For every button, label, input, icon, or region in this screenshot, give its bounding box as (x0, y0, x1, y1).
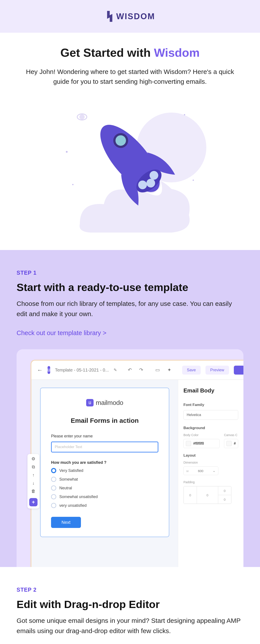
padding-bottom: 0 (218, 495, 231, 504)
canvas-color-label: Canvas C (224, 433, 238, 437)
add-block-button[interactable]: + (29, 498, 38, 506)
radio-option[interactable]: very unsatisfied (51, 503, 158, 508)
svg-point-6 (72, 184, 74, 185)
radio-option[interactable]: Somewhat unsatisfied (51, 494, 158, 499)
radio-option[interactable]: Very Satisfied (51, 468, 158, 473)
logo-text: WISDOM (116, 12, 155, 21)
pencil-icon[interactable]: ✎ (114, 368, 117, 372)
send-button[interactable] (234, 366, 244, 374)
panel-heading: Email Body (184, 387, 238, 394)
email-form-card: ⵡ mailmodo Email Forms in action Please … (40, 388, 169, 537)
body-color-label: Body Color (184, 433, 220, 437)
background-label: Background (184, 426, 238, 430)
radio-label: Somewhat unsatisfied (59, 494, 98, 499)
padding-label: Padding (184, 480, 238, 484)
move-up-icon[interactable]: ↑ (30, 472, 37, 478)
form-heading: Email Forms in action (51, 417, 158, 424)
radio-label: very unsatisfied (59, 503, 86, 508)
padding-right: 0 (197, 486, 218, 504)
svg-point-4 (184, 114, 185, 116)
device-icon[interactable]: ▭ (154, 367, 161, 373)
mailmodo-logo: ⵡ mailmodo (51, 399, 158, 406)
padding-left: 0 (184, 486, 197, 504)
logo: WISDOM (105, 11, 155, 22)
magic-icon[interactable]: ✦ (166, 367, 172, 373)
next-button[interactable]: Next (51, 517, 81, 528)
editor-canvas: ⚙ ⧉ ↑ ↓ 🗑 + ⵡ mailmodo Email Forms in ac… (32, 380, 178, 567)
step1-label: STEP 1 (16, 270, 244, 276)
radio-label: Neutral (59, 486, 72, 490)
editor-doc-title: Template - 05-11-2021 - 0... (55, 368, 109, 372)
dimension-w: w (186, 469, 189, 473)
radio-label: Somewhat (59, 477, 78, 482)
radio-icon (51, 468, 56, 473)
undo-icon[interactable]: ↶ (126, 367, 133, 373)
dimension-label: Dimension (184, 461, 238, 464)
body-color-input[interactable]: #f8f8f8 (184, 439, 220, 448)
properties-panel: Email Body Font Family Helvetica Backgro… (178, 380, 244, 567)
hero-body: Hey John! Wondering where to get started… (18, 67, 242, 86)
step2-section: STEP 2 Edit with Drag-n-drop Editor Got … (0, 567, 260, 636)
editor-topbar: ← ⵡ Template - 05-11-2021 - 0... ✎ ↶ ↷ ▭… (32, 360, 244, 380)
copy-icon[interactable]: ⧉ (30, 464, 37, 470)
hero-section: Get Started with Wisdom Hey John! Wonder… (0, 33, 260, 250)
radio-option[interactable]: Neutral (51, 486, 158, 491)
editor-mock: ← ⵡ Template - 05-11-2021 - 0... ✎ ↶ ↷ ▭… (16, 349, 244, 567)
swatch-icon (226, 441, 232, 446)
radio-option[interactable]: Somewhat (51, 477, 158, 482)
header: WISDOM (0, 0, 260, 33)
preview-button[interactable]: Preview (206, 366, 229, 374)
step1-section: STEP 1 Start with a ready-to-use templat… (0, 250, 260, 567)
delete-icon[interactable]: 🗑 (30, 489, 37, 494)
font-family-label: Font Family (184, 403, 238, 407)
back-icon[interactable]: ← (37, 367, 43, 374)
dimension-value: 600 (198, 469, 203, 473)
svg-point-5 (192, 180, 194, 181)
mailmodo-name: mailmodo (96, 399, 123, 406)
redo-icon[interactable]: ↷ (138, 367, 144, 373)
step1-title: Start with a ready-to-use template (16, 281, 244, 294)
name-input[interactable]: Placeholder Text (51, 442, 158, 452)
chevron-down-icon: ⌄ (213, 469, 216, 473)
canvas-color-input[interactable]: # (224, 439, 238, 448)
radio-icon (51, 494, 56, 499)
step2-title: Edit with Drag-n-drop Editor (16, 598, 244, 610)
body-color-value: #f8f8f8 (193, 442, 204, 446)
logo-mark-icon (105, 11, 114, 22)
padding-top: 0 (218, 486, 231, 495)
radio-icon (51, 503, 56, 508)
mailmodo-mark-icon: ⵡ (86, 399, 94, 406)
svg-point-3 (66, 151, 68, 153)
rocket-illustration (18, 102, 242, 237)
move-down-icon[interactable]: ↓ (30, 480, 37, 486)
name-field-label: Please enter your name (51, 434, 158, 438)
question-label: How much you are satisfied ? (51, 460, 158, 465)
hero-title-prefix: Get Started with (60, 46, 154, 59)
vertical-toolbar: ⚙ ⧉ ↑ ↓ 🗑 + (28, 454, 39, 508)
radio-label: Very Satisfied (59, 468, 83, 473)
settings-icon[interactable]: ⚙ (30, 456, 37, 462)
dimension-select[interactable]: w 600 ⌄ (184, 466, 218, 475)
template-library-link[interactable]: Check out our template library > (16, 330, 106, 336)
hero-title-accent: Wisdom (154, 46, 200, 59)
editor-logo-icon: ⵡ (48, 366, 50, 374)
step2-body: Got some unique email designs in your mi… (16, 616, 244, 636)
radio-icon (51, 477, 56, 482)
layout-label: Layout (184, 453, 238, 458)
canvas-color-value: # (234, 442, 236, 446)
svg-point-2 (80, 114, 85, 120)
hero-title: Get Started with Wisdom (18, 46, 242, 59)
swatch-icon (186, 441, 191, 446)
editor-window: ← ⵡ Template - 05-11-2021 - 0... ✎ ↶ ↷ ▭… (30, 360, 244, 567)
step1-body: Choose from our rich library of template… (16, 299, 244, 319)
padding-control[interactable]: 0 0 0 0 (184, 486, 232, 504)
save-button[interactable]: Save (182, 366, 201, 374)
radio-icon (51, 486, 56, 491)
font-family-select[interactable]: Helvetica (184, 410, 238, 420)
step2-label: STEP 2 (16, 586, 244, 593)
